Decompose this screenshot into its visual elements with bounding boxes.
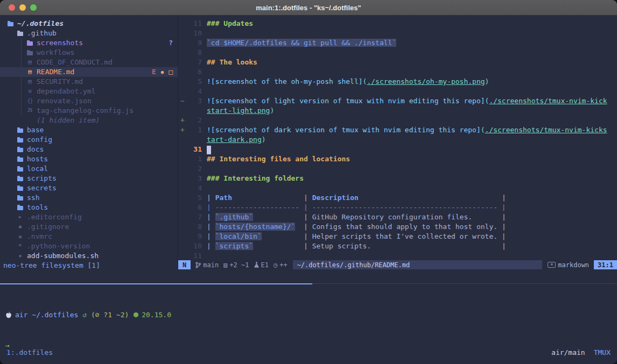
tree-item-label: CODE_OF_CONDUCT.md (37, 58, 113, 67)
line-number: 10 (188, 241, 202, 251)
tree-item[interactable]: ▪add-submodules.sh (0, 251, 178, 261)
syntax-segment: `local/bin` (215, 232, 262, 240)
syntax-segment: | (253, 213, 312, 221)
flag-icon: ▶ (17, 212, 23, 222)
window-titlebar[interactable]: main:1:.dotfiles - "ks~/.dotfiles" (0, 0, 617, 16)
editor-line[interactable]: 6 (178, 67, 617, 77)
folder-icon (8, 22, 13, 26)
tree-item[interactable]: docs (0, 145, 178, 154)
line-number: 7 (188, 212, 202, 222)
syntax-segment: `scripts` (215, 242, 253, 250)
neotree-statusline: neo-tree filesystem [1] (0, 261, 178, 270)
line-text: ![screenshot of dark version of tmux wit… (207, 125, 617, 135)
syntax-segment: `hosts/{hostname}/` (215, 223, 296, 231)
editor-line[interactable]: 11### Updates (178, 19, 617, 28)
editor-line[interactable]: 2 (178, 164, 617, 174)
line-number: 4 (188, 183, 202, 193)
git-branch-icon (195, 262, 201, 268)
tree-item[interactable]: secrets (0, 183, 178, 193)
gear-icon: ⚙ (27, 87, 33, 96)
sign-column (178, 135, 188, 145)
tree-item[interactable]: JStag-changelog-config.js (0, 106, 178, 116)
editor-line[interactable]: +1![screenshot of dark version of tmux w… (178, 125, 617, 135)
tmux-window-item[interactable]: 1:.dotfiles (6, 348, 53, 356)
editor-line[interactable]: 4 (178, 87, 617, 96)
tree-item-label: secrets (27, 183, 57, 193)
tree-item[interactable]: screenshots? (0, 38, 178, 48)
folder-icon (17, 138, 23, 142)
syntax-segment: | (262, 232, 312, 240)
editor-line[interactable]: 5| Path | Description | (178, 193, 617, 203)
tree-item[interactable]: .github (0, 28, 178, 38)
syntax-segment: ./screenshots/oh-my-posh.png (367, 77, 485, 85)
editor-line[interactable]: 10 (178, 28, 617, 38)
tree-item[interactable]: tools (0, 203, 178, 212)
editor-line[interactable]: tart-dark.png) (178, 135, 617, 145)
tree-item[interactable]: (1 hidden item) (0, 116, 178, 125)
neotree-sidebar: ~/.dotfiles.githubscreenshots?workflows▤… (0, 15, 178, 269)
tree-item[interactable]: config (0, 135, 178, 145)
syntax-segment: GitHub Repository configuration files. (312, 213, 472, 221)
editor-line[interactable]: 9`cd $HOME/.dotfiles && git pull && ./in… (178, 38, 617, 48)
zoom-button[interactable] (30, 4, 37, 11)
syntax-segment: | (232, 194, 312, 202)
editor-line[interactable]: 3### Interesting folders (178, 174, 617, 183)
folder-icon (17, 129, 23, 133)
syntax-segment: ./screenshots/tmux-nvim-kick (489, 97, 607, 105)
close-button[interactable] (9, 4, 15, 11)
tree-item[interactable]: ⚙dependabot.yml (0, 87, 178, 96)
editor-line[interactable]: +2 (178, 116, 617, 125)
editor-line[interactable]: ~3![screenshot of light version of tmux … (178, 96, 617, 106)
tree-item[interactable]: scripts (0, 174, 178, 183)
tree-item[interactable]: base (0, 125, 178, 135)
tree-item[interactable]: hosts (0, 154, 178, 164)
editor-line[interactable]: 7## The looks (178, 58, 617, 67)
tree-item[interactable]: ◆.gitignore (0, 222, 178, 232)
tree-item-label: renovate.json (37, 96, 92, 106)
editor-line[interactable]: 5![screenshot of the oh-my-posh shell](.… (178, 77, 617, 87)
tree-item-label: .gitignore (27, 222, 69, 232)
editor-line[interactable]: 4 (178, 183, 617, 193)
syntax-segment: ./screenshots/tmux-nvim-kicks (485, 126, 607, 134)
tree-item[interactable]: ▤SECURITY.md (0, 77, 178, 87)
syntax-segment: ## The looks (207, 58, 257, 66)
tree-item[interactable]: ◉.nvmrc (0, 232, 178, 241)
tree-item[interactable]: local (0, 164, 178, 174)
editor-line[interactable]: 7| `.github` | GitHub Repository configu… (178, 212, 617, 222)
editor-line[interactable]: 8| `hosts/{hostname}/` | Configs that sh… (178, 222, 617, 232)
unstaged-badge: □ (169, 67, 173, 77)
editor-buffer[interactable]: 11### Updates 10 9`cd $HOME/.dotfiles &&… (178, 15, 617, 260)
diamond-icon: ◆ (17, 222, 23, 232)
tree-item[interactable]: *.python-version (0, 241, 178, 251)
editor-line[interactable]: start-light.png) (178, 106, 617, 116)
diagnostics: E1 (254, 261, 269, 269)
tree-item[interactable]: ▤README.mdE●□ (0, 67, 178, 77)
syntax-segment: | (253, 242, 312, 250)
minimize-button[interactable] (19, 4, 26, 11)
editor-line[interactable]: 10| `scripts` | Setup scripts. | (178, 241, 617, 251)
editor-line[interactable]: 8 (178, 48, 617, 58)
tree-item[interactable]: ▤CODE_OF_CONDUCT.md (0, 58, 178, 67)
line-number: 3 (188, 96, 202, 106)
line-number: 8 (188, 48, 202, 58)
git-sign: + (178, 116, 188, 125)
syntax-segment: ![screenshot of light version of tmux wi… (207, 97, 485, 105)
tree-item[interactable]: workflows (0, 48, 178, 58)
git-sign: ~ (178, 96, 188, 106)
tree-item[interactable]: ssh (0, 193, 178, 203)
sign-column (178, 241, 188, 251)
editor-line[interactable]: 31 (178, 145, 617, 154)
tree-item[interactable]: ~/.dotfiles (0, 19, 178, 28)
tree-item[interactable]: ▶.editorconfig (0, 212, 178, 222)
syntax-segment: | (207, 232, 215, 240)
line-number: 11 (188, 19, 202, 28)
terminal-window: main:1:.dotfiles - "ks~/.dotfiles" ~/.do… (0, 0, 617, 364)
tree-item[interactable]: {}renovate.json (0, 96, 178, 106)
diff-file-icon: ▤ (223, 261, 227, 269)
editor-line[interactable]: 9| `local/bin` | Helper scripts that I'v… (178, 232, 617, 241)
syntax-segment: ## Interesting files and locations (207, 155, 350, 163)
node-icon (133, 312, 139, 318)
editor-line[interactable]: 11 (178, 251, 617, 260)
editor-line[interactable]: 6| -------------------- | --------------… (178, 203, 617, 212)
editor-line[interactable]: 1## Interesting files and locations (178, 154, 617, 164)
